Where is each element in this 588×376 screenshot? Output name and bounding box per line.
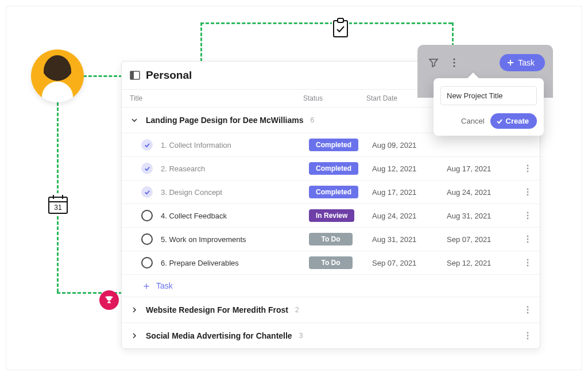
- connector: [200, 22, 202, 62]
- svg-point-12: [527, 171, 529, 172]
- chevron-right-icon[interactable]: [127, 329, 141, 343]
- svg-point-17: [527, 215, 529, 217]
- new-task-popover: Task Cancel Create: [417, 45, 553, 98]
- add-task-button[interactable]: ＋ Task: [122, 274, 540, 297]
- cancel-button[interactable]: Cancel: [461, 117, 484, 125]
- task-name: 6. Prepare Deliverables: [161, 259, 309, 267]
- group-name: Landing Page Design for Dee McWilliams: [146, 116, 303, 125]
- col-status: Status: [303, 94, 366, 102]
- task-name: 1. Collect Information: [161, 141, 309, 149]
- svg-point-26: [527, 309, 529, 311]
- panel-toggle-icon[interactable]: [130, 70, 140, 80]
- connector: [452, 22, 454, 47]
- kebab-icon[interactable]: [521, 186, 534, 198]
- task-row[interactable]: 1. Collect InformationCompletedAug 09, 2…: [122, 133, 540, 156]
- kebab-icon[interactable]: [521, 162, 534, 175]
- status-badge: To Do: [309, 233, 353, 245]
- svg-point-16: [527, 212, 529, 214]
- clipboard-icon: [332, 18, 349, 39]
- check-icon: [496, 118, 503, 125]
- status-badge: Completed: [309, 139, 358, 151]
- calendar-icon: 31: [47, 193, 69, 215]
- group-name: Website Redesign For Meredith Frost: [146, 305, 288, 314]
- svg-point-13: [527, 189, 529, 190]
- svg-point-29: [527, 335, 529, 337]
- start-date: Aug 12, 2021: [372, 164, 447, 173]
- svg-point-24: [527, 265, 529, 267]
- task-row[interactable]: 5. Work on ImprovementsTo DoAug 31, 2021…: [122, 227, 540, 251]
- user-avatar: [31, 49, 84, 102]
- check-done-icon[interactable]: [141, 163, 153, 174]
- check-open-icon[interactable]: [141, 210, 153, 221]
- svg-point-10: [527, 165, 529, 167]
- status-badge: In Review: [309, 209, 354, 222]
- group-count: 2: [295, 306, 299, 314]
- create-button[interactable]: Create: [490, 113, 537, 129]
- kebab-icon[interactable]: [521, 304, 534, 316]
- check-done-icon[interactable]: [141, 186, 153, 198]
- plus-icon: ＋: [141, 281, 152, 291]
- connector: [349, 22, 452, 24]
- group-count: 6: [310, 116, 314, 124]
- new-task-button[interactable]: Task: [500, 54, 545, 71]
- start-date: Aug 24, 2021: [372, 212, 447, 220]
- kebab-icon[interactable]: [521, 209, 534, 222]
- new-project-card: Cancel Create: [434, 78, 544, 136]
- project-title-input[interactable]: [440, 86, 537, 105]
- chevron-down-icon[interactable]: [127, 113, 141, 127]
- svg-point-31: [453, 58, 455, 60]
- group-name: Social Media Advertising for Chantelle: [146, 331, 292, 340]
- due-date: Aug 31, 2021: [447, 212, 521, 220]
- svg-point-30: [527, 338, 529, 340]
- check-open-icon[interactable]: [141, 257, 153, 268]
- svg-point-28: [527, 332, 529, 334]
- svg-point-27: [527, 312, 529, 314]
- start-date: Sep 07, 2021: [372, 259, 447, 267]
- kebab-icon[interactable]: [521, 256, 534, 269]
- svg-point-33: [453, 65, 455, 67]
- canvas: 31 Personal View Type: [6, 6, 582, 370]
- task-row[interactable]: 6. Prepare DeliverablesTo DoSep 07, 2021…: [122, 251, 540, 274]
- svg-point-18: [527, 218, 529, 220]
- connector: [83, 75, 122, 77]
- check-open-icon[interactable]: [141, 233, 153, 245]
- create-label: Create: [506, 117, 529, 125]
- group-row[interactable]: Social Media Advertising for Chantelle 3: [122, 323, 540, 348]
- check-done-icon[interactable]: [141, 139, 153, 151]
- filter-icon[interactable]: [425, 55, 442, 71]
- status-badge: Completed: [309, 162, 358, 175]
- chevron-right-icon[interactable]: [127, 303, 141, 317]
- task-name: 5. Work on Improvements: [161, 235, 309, 244]
- col-title: Title: [130, 94, 303, 102]
- task-row[interactable]: 2. ReasearchCompletedAug 12, 2021Aug 17,…: [122, 156, 540, 180]
- svg-rect-5: [338, 18, 343, 22]
- svg-point-11: [527, 168, 529, 170]
- svg-point-14: [527, 191, 529, 193]
- svg-point-23: [527, 262, 529, 264]
- svg-rect-7: [130, 71, 134, 79]
- plus-icon: [506, 59, 514, 67]
- due-date: Aug 17, 2021: [447, 164, 521, 173]
- task-list: 1. Collect InformationCompletedAug 09, 2…: [122, 133, 540, 274]
- svg-point-19: [527, 236, 529, 237]
- status-badge: To Do: [309, 256, 353, 269]
- kebab-icon[interactable]: [521, 139, 534, 151]
- svg-point-21: [527, 241, 529, 243]
- start-date: Aug 31, 2021: [372, 235, 447, 244]
- group-count: 3: [299, 332, 303, 340]
- start-date: Aug 17, 2021: [372, 188, 447, 197]
- kebab-icon[interactable]: [446, 55, 462, 71]
- due-date: Aug 24, 2021: [447, 188, 521, 197]
- task-row[interactable]: 3. Design ConceptCompletedAug 17, 2021Au…: [122, 180, 540, 204]
- due-date: Sep 07, 2021: [447, 235, 521, 244]
- group-row[interactable]: Website Redesign For Meredith Frost 2: [122, 297, 540, 323]
- new-task-label: Task: [518, 58, 535, 67]
- svg-rect-4: [334, 21, 347, 37]
- calendar-day: 31: [54, 204, 62, 212]
- trophy-badge: [99, 290, 119, 310]
- kebab-icon[interactable]: [521, 329, 534, 342]
- start-date: Aug 09, 2021: [372, 141, 447, 149]
- kebab-icon[interactable]: [521, 233, 534, 245]
- status-badge: Completed: [309, 186, 358, 198]
- task-row[interactable]: 4. Collect FeedbackIn ReviewAug 24, 2021…: [122, 204, 540, 227]
